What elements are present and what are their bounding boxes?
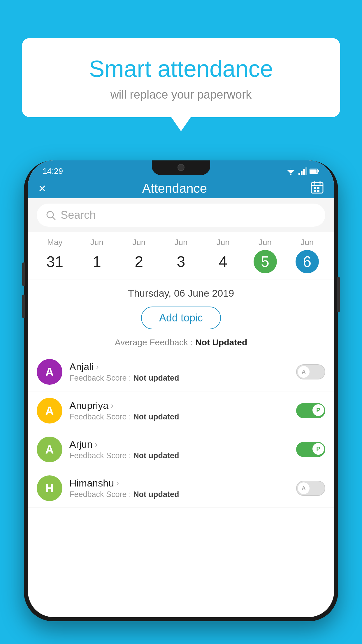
camera bbox=[178, 164, 184, 171]
avatar: A bbox=[37, 359, 62, 385]
list-item: HHimanshu ›Feedback Score : Not updatedA bbox=[28, 469, 334, 508]
student-feedback: Feedback Score : Not updated bbox=[69, 490, 289, 499]
svg-rect-10 bbox=[318, 170, 319, 172]
toggle-knob: A bbox=[298, 366, 310, 378]
phone-screen: 14:29 bbox=[28, 160, 334, 617]
svg-rect-15 bbox=[314, 187, 316, 189]
student-info: Himanshu ›Feedback Score : Not updated bbox=[69, 477, 289, 499]
chevron-right-icon: › bbox=[95, 440, 97, 449]
date-strip: May31Jun1Jun2Jun3Jun4Jun5Jun6 bbox=[28, 232, 334, 279]
date-item[interactable]: Jun4 bbox=[202, 232, 244, 279]
svg-line-20 bbox=[52, 217, 55, 220]
student-name[interactable]: Arjun › bbox=[69, 439, 289, 450]
date-month: Jun bbox=[301, 238, 314, 247]
avg-feedback: Average Feedback : Not Updated bbox=[28, 335, 334, 353]
page-title: Attendance bbox=[56, 181, 293, 196]
avg-feedback-value: Not Updated bbox=[195, 337, 247, 347]
search-icon bbox=[45, 210, 56, 220]
student-feedback: Feedback Score : Not updated bbox=[69, 374, 289, 383]
attendance-toggle-container: P bbox=[296, 403, 325, 418]
close-button[interactable]: × bbox=[38, 181, 56, 196]
avatar: A bbox=[37, 398, 62, 424]
list-item: AAnjali ›Feedback Score : Not updatedA bbox=[28, 353, 334, 391]
chevron-right-icon: › bbox=[116, 479, 119, 488]
list-item: AArjun ›Feedback Score : Not updatedP bbox=[28, 430, 334, 469]
search-bar: Search bbox=[28, 198, 334, 232]
date-day: 6 bbox=[296, 250, 319, 273]
svg-marker-2 bbox=[290, 169, 291, 169]
status-icons bbox=[286, 167, 319, 175]
date-month: Jun bbox=[90, 238, 103, 247]
student-info: Arjun ›Feedback Score : Not updated bbox=[69, 439, 289, 460]
student-info: Anupriya ›Feedback Score : Not updated bbox=[69, 400, 289, 421]
list-item: AAnupriya ›Feedback Score : Not updatedP bbox=[28, 391, 334, 430]
attendance-toggle[interactable]: P bbox=[296, 403, 325, 418]
date-day: 4 bbox=[211, 250, 235, 273]
bubble-title: Smart attendance bbox=[36, 55, 326, 82]
date-day: 5 bbox=[254, 250, 277, 273]
date-item[interactable]: Jun2 bbox=[118, 232, 160, 279]
attendance-toggle-container: A bbox=[296, 364, 325, 379]
speech-bubble: Smart attendance will replace your paper… bbox=[22, 38, 340, 117]
student-feedback: Feedback Score : Not updated bbox=[69, 412, 289, 421]
volume-up-button bbox=[22, 262, 25, 286]
date-item[interactable]: Jun5 bbox=[244, 232, 286, 279]
selected-date: Thursday, 06 June 2019 bbox=[28, 279, 334, 304]
attendance-toggle[interactable]: P bbox=[296, 442, 325, 457]
calendar-icon[interactable] bbox=[311, 181, 324, 196]
date-month: Jun bbox=[174, 238, 187, 247]
date-month: May bbox=[47, 238, 63, 247]
student-info: Anjali ›Feedback Score : Not updated bbox=[69, 361, 289, 383]
student-name[interactable]: Anupriya › bbox=[69, 400, 289, 411]
date-day: 3 bbox=[169, 250, 193, 273]
svg-rect-5 bbox=[301, 171, 303, 175]
attendance-toggle[interactable]: A bbox=[296, 364, 325, 379]
svg-rect-4 bbox=[298, 173, 300, 175]
add-topic-wrapper: Add topic bbox=[28, 304, 334, 335]
search-input-wrapper[interactable]: Search bbox=[37, 204, 325, 227]
student-name[interactable]: Himanshu › bbox=[69, 477, 289, 489]
search-input[interactable]: Search bbox=[61, 209, 96, 221]
avatar: A bbox=[37, 437, 62, 462]
wifi-icon bbox=[286, 167, 296, 175]
date-item[interactable]: Jun3 bbox=[160, 232, 202, 279]
avatar: H bbox=[37, 475, 62, 501]
svg-rect-17 bbox=[314, 190, 316, 192]
student-name[interactable]: Anjali › bbox=[69, 361, 289, 372]
svg-rect-18 bbox=[317, 190, 319, 192]
date-month: Jun bbox=[132, 238, 145, 247]
power-button bbox=[337, 277, 340, 312]
phone-frame: 14:29 bbox=[24, 160, 338, 621]
svg-point-3 bbox=[290, 174, 291, 175]
date-month: Jun bbox=[259, 238, 272, 247]
student-list: AAnjali ›Feedback Score : Not updatedAAA… bbox=[28, 353, 334, 508]
add-topic-button[interactable]: Add topic bbox=[141, 307, 221, 329]
date-day: 2 bbox=[127, 250, 151, 273]
attendance-toggle-container: P bbox=[296, 442, 325, 457]
phone-wrapper: 14:29 bbox=[24, 160, 338, 621]
chevron-right-icon: › bbox=[111, 401, 113, 410]
date-month: Jun bbox=[217, 238, 230, 247]
student-feedback: Feedback Score : Not updated bbox=[69, 451, 289, 460]
battery-icon bbox=[310, 168, 319, 174]
date-day: 31 bbox=[43, 250, 66, 273]
date-day: 1 bbox=[85, 250, 108, 273]
signal-icon bbox=[298, 167, 307, 175]
avg-feedback-label: Average Feedback : bbox=[115, 337, 193, 347]
status-time: 14:29 bbox=[43, 167, 63, 176]
chevron-right-icon: › bbox=[96, 362, 99, 372]
speech-bubble-container: Smart attendance will replace your paper… bbox=[22, 38, 340, 117]
phone-notch bbox=[152, 160, 210, 175]
toggle-knob: A bbox=[298, 482, 310, 494]
toggle-knob: P bbox=[312, 404, 324, 416]
attendance-toggle[interactable]: A bbox=[296, 481, 325, 496]
date-item[interactable]: Jun1 bbox=[76, 232, 118, 279]
bubble-subtitle: will replace your paperwork bbox=[36, 88, 326, 101]
svg-rect-9 bbox=[310, 169, 317, 173]
attendance-toggle-container: A bbox=[296, 481, 325, 496]
svg-rect-6 bbox=[303, 169, 305, 175]
volume-down-button bbox=[22, 295, 25, 318]
date-item[interactable]: May31 bbox=[34, 232, 76, 279]
date-item[interactable]: Jun6 bbox=[286, 232, 328, 279]
svg-rect-7 bbox=[305, 167, 307, 175]
